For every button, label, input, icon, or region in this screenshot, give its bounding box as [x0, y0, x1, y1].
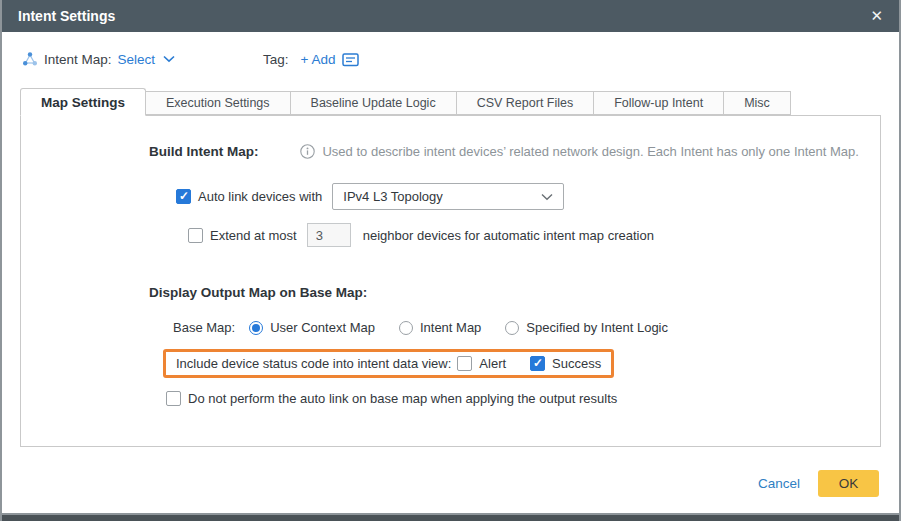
display-output-heading: Display Output Map on Base Map:: [149, 285, 880, 300]
intent-map-label: Intent Map:: [44, 52, 112, 67]
chevron-down-icon[interactable]: [163, 55, 175, 63]
tab-baseline-update-logic[interactable]: Baseline Update Logic: [291, 91, 457, 115]
auto-link-label: Auto link devices with: [198, 189, 322, 204]
specified-by-intent-logic-radio[interactable]: [505, 321, 519, 335]
base-map-row: Base Map: User Context Map Intent Map Sp…: [173, 320, 880, 335]
map-settings-panel: Build Intent Map: Used to describe inten…: [20, 115, 881, 447]
tab-csv-report-files[interactable]: CSV Report Files: [457, 91, 595, 115]
dialog-title: Intent Settings: [18, 8, 115, 24]
base-map-label: Base Map:: [173, 320, 235, 335]
no-auto-link-label: Do not perform the auto link on base map…: [188, 391, 617, 406]
intent-settings-dialog: Intent Settings ✕ Intent Map: Select Tag…: [0, 0, 901, 521]
intent-map-radio[interactable]: [399, 321, 413, 335]
cancel-button[interactable]: Cancel: [758, 476, 800, 491]
extend-count-input[interactable]: [307, 223, 351, 247]
toolbar: Intent Map: Select Tag: + Add: [22, 48, 899, 70]
extend-row: Extend at most neighbor devices for auto…: [188, 223, 880, 247]
topology-select[interactable]: IPv4 L3 Topology: [332, 183, 564, 210]
success-checkbox[interactable]: [530, 356, 545, 371]
highlight-annotation-box: Include device status code into intent d…: [163, 349, 614, 378]
radio-user-context-map[interactable]: User Context Map: [249, 320, 375, 335]
tab-bar: Map Settings Execution Settings Baseline…: [20, 88, 881, 115]
intent-map-icon: [22, 51, 38, 67]
tab-execution-settings[interactable]: Execution Settings: [146, 91, 291, 115]
build-intent-map-row: Build Intent Map: Used to describe inten…: [149, 144, 880, 159]
tag-group: Tag: + Add: [263, 52, 358, 67]
select-chevron-down-icon: [541, 189, 553, 204]
ok-button[interactable]: OK: [818, 470, 879, 497]
intent-map-select[interactable]: Select: [118, 52, 156, 67]
alert-checkbox[interactable]: [457, 356, 472, 371]
dialog-footer: Cancel OK: [758, 470, 879, 497]
user-context-map-label: User Context Map: [270, 320, 375, 335]
radio-intent-map[interactable]: Intent Map: [399, 320, 481, 335]
tag-list-icon[interactable]: [342, 52, 359, 67]
auto-link-row: Auto link devices with IPv4 L3 Topology: [176, 183, 880, 210]
no-auto-link-row: Do not perform the auto link on base map…: [166, 391, 880, 406]
extend-label-before: Extend at most: [210, 228, 297, 243]
background-page-strip: [2, 515, 899, 521]
tag-label: Tag:: [263, 52, 289, 67]
build-intent-map-heading: Build Intent Map:: [149, 144, 258, 159]
auto-link-checkbox[interactable]: [176, 189, 191, 204]
tab-map-settings[interactable]: Map Settings: [20, 88, 146, 116]
success-label: Success: [552, 356, 601, 371]
radio-specified-by-intent-logic[interactable]: Specified by Intent Logic: [505, 320, 668, 335]
extend-label-after: neighbor devices for automatic intent ma…: [363, 228, 654, 243]
tab-misc[interactable]: Misc: [724, 91, 791, 115]
info-icon: [300, 144, 315, 159]
alert-label: Alert: [479, 356, 506, 371]
build-intent-map-info-text: Used to describe intent devices’ related…: [322, 144, 858, 159]
topology-select-value: IPv4 L3 Topology: [343, 189, 443, 204]
user-context-map-radio[interactable]: [249, 321, 263, 335]
close-icon[interactable]: ✕: [870, 7, 883, 25]
extend-checkbox[interactable]: [188, 228, 203, 243]
specified-by-intent-logic-label: Specified by Intent Logic: [526, 320, 668, 335]
dialog-titlebar: Intent Settings ✕: [2, 0, 899, 32]
intent-map-radio-label: Intent Map: [420, 320, 481, 335]
build-intent-map-info: Used to describe intent devices’ related…: [300, 144, 858, 159]
tab-follow-up-intent[interactable]: Follow-up Intent: [594, 91, 724, 115]
tag-add-button[interactable]: + Add: [301, 52, 336, 67]
status-code-label: Include device status code into intent d…: [176, 356, 451, 371]
no-auto-link-checkbox[interactable]: [166, 391, 181, 406]
